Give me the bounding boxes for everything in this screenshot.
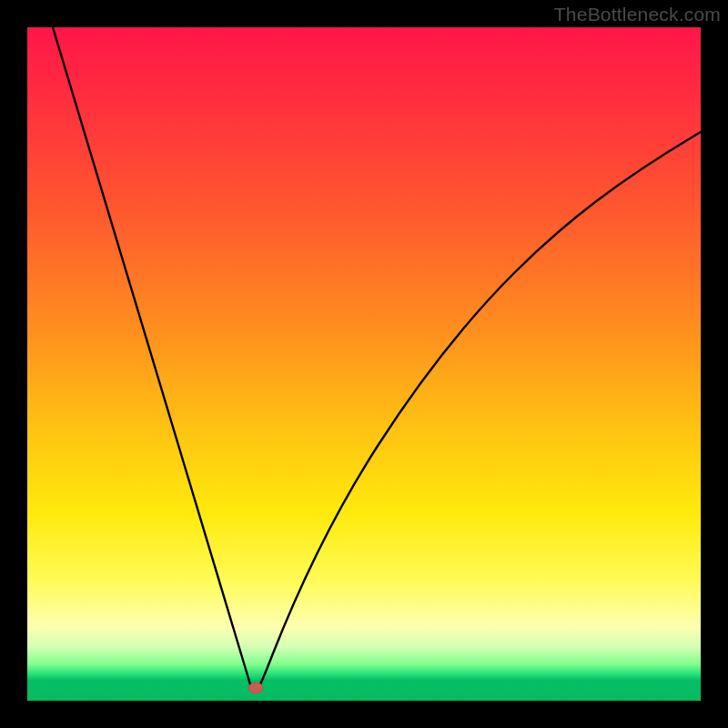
bottleneck-curve bbox=[27, 27, 701, 701]
plot-area bbox=[27, 27, 701, 701]
watermark-text: TheBottleneck.com bbox=[554, 4, 721, 25]
min-marker bbox=[248, 682, 263, 693]
curve-path bbox=[53, 27, 701, 688]
chart-frame: TheBottleneck.com bbox=[0, 0, 728, 728]
